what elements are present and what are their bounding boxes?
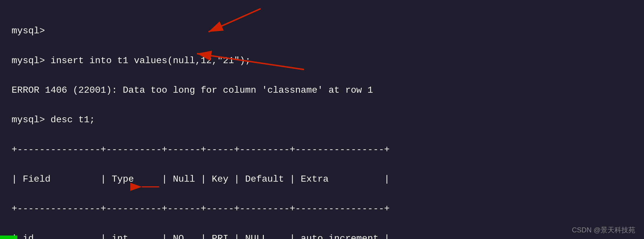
terminal-content: mysql> mysql> insert into t1 values(null… <box>12 9 632 239</box>
line-2: mysql> insert into t1 values(null,12,"21… <box>12 55 251 66</box>
green-bar <box>0 236 17 239</box>
terminal-window: mysql> mysql> insert into t1 values(null… <box>0 0 644 239</box>
table-top-border: +---------------+----------+------+-----… <box>12 144 390 155</box>
line-3: ERROR 1406 (22001): Data too long for co… <box>12 85 373 96</box>
line-1: mysql> <box>12 25 45 36</box>
watermark: CSDN @景天科技苑 <box>572 225 635 235</box>
table-row-1: | id | int | NO | PRI | NULL | auto_incr… <box>12 233 390 239</box>
table-header: | Field | Type | Null | Key | Default | … <box>12 174 390 185</box>
line-4: mysql> desc t1; <box>12 114 95 125</box>
table-mid-border: +---------------+----------+------+-----… <box>12 203 390 214</box>
